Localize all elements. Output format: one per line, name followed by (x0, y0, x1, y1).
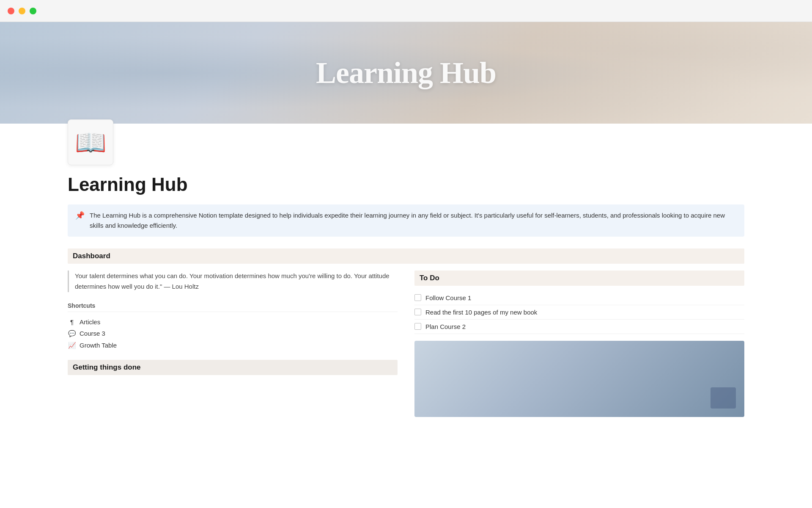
right-column: To Do Follow Course 1 Read the first 10 … (414, 271, 744, 417)
todo-header: To Do (414, 271, 744, 286)
todo-label-1: Follow Course 1 (425, 294, 471, 301)
left-column: Your talent determines what you can do. … (68, 271, 398, 417)
growth-table-icon: 📈 (68, 342, 76, 349)
page-title: Learning Hub (68, 174, 744, 196)
hero-banner: Learning Hub (0, 22, 812, 124)
shortcuts-title: Shortcuts (68, 302, 398, 312)
page-icon-wrapper: 📖 (0, 119, 812, 165)
articles-icon: ¶ (68, 318, 76, 326)
quote-text: Your talent determines what you can do. … (75, 271, 398, 292)
image-placeholder (414, 341, 744, 417)
todo-label-2: Read the first 10 pages of my new book (425, 309, 537, 316)
todo-section: To Do Follow Course 1 Read the first 10 … (414, 271, 744, 417)
maximize-button[interactable] (30, 8, 36, 14)
shortcuts-section: Shortcuts ¶ Articles 💬 Course 3 📈 Growth… (68, 302, 398, 351)
main-body: Learning Hub 📌 The Learning Hub is a com… (0, 165, 812, 442)
quote-block: Your talent determines what you can do. … (68, 271, 398, 292)
shortcut-label-articles: Articles (80, 318, 100, 326)
shortcut-item-course3[interactable]: 💬 Course 3 (68, 328, 398, 340)
todo-checkbox-1[interactable] (414, 294, 421, 301)
course3-icon: 💬 (68, 330, 76, 337)
page-content: Learning Hub 📖 Learning Hub 📌 The Learni… (0, 22, 812, 442)
two-column-layout: Your talent determines what you can do. … (68, 271, 744, 417)
todo-item-3: Plan Course 2 (414, 320, 744, 334)
info-callout: 📌 The Learning Hub is a comprehensive No… (68, 204, 744, 237)
todo-label-3: Plan Course 2 (425, 323, 466, 330)
shortcut-item-growth-table[interactable]: 📈 Growth Table (68, 340, 398, 351)
hero-title: Learning Hub (316, 55, 496, 91)
todo-item-1: Follow Course 1 (414, 291, 744, 305)
dashboard-section-header: Dashboard (68, 248, 744, 264)
getting-done-header: Getting things done (68, 360, 398, 375)
minimize-button[interactable] (19, 8, 25, 14)
callout-text: The Learning Hub is a comprehensive Noti… (90, 210, 737, 231)
title-bar (0, 0, 812, 22)
todo-item-2: Read the first 10 pages of my new book (414, 305, 744, 320)
todo-checkbox-3[interactable] (414, 323, 421, 330)
close-button[interactable] (8, 8, 14, 14)
page-icon: 📖 (68, 119, 113, 165)
shortcut-item-articles[interactable]: ¶ Articles (68, 316, 398, 328)
shortcut-label-course3: Course 3 (80, 330, 105, 337)
callout-icon: 📌 (75, 211, 85, 220)
todo-checkbox-2[interactable] (414, 309, 421, 315)
shortcut-label-growth-table: Growth Table (80, 342, 117, 349)
